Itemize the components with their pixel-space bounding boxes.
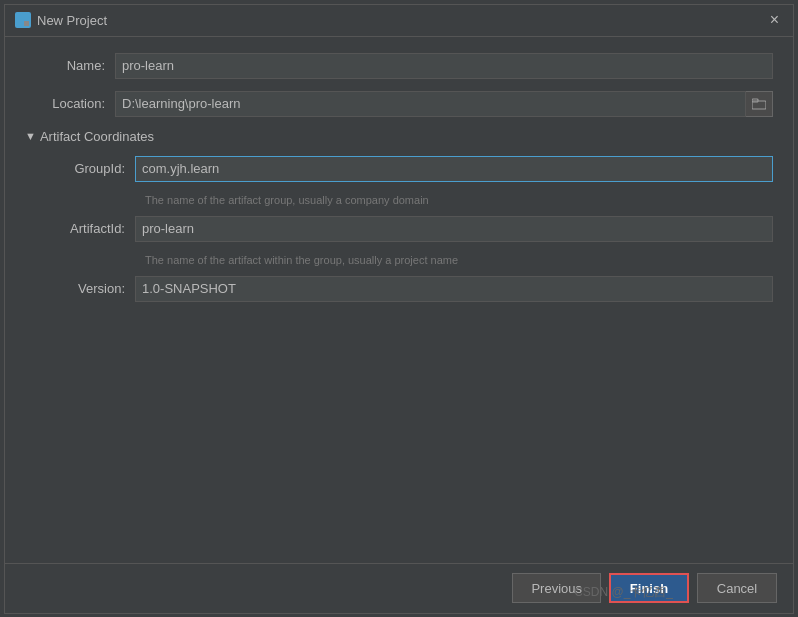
groupid-input[interactable]	[135, 156, 773, 182]
location-label: Location:	[25, 96, 115, 111]
location-input[interactable]	[115, 91, 746, 117]
name-label: Name:	[25, 58, 115, 73]
close-button[interactable]: ×	[766, 10, 783, 30]
section-toggle-icon[interactable]: ▼	[25, 130, 36, 142]
svg-rect-1	[24, 14, 29, 19]
new-project-dialog: New Project × Name: Location:	[4, 4, 794, 614]
title-left: New Project	[15, 12, 107, 28]
name-input[interactable]	[115, 53, 773, 79]
artifactid-input[interactable]	[135, 216, 773, 242]
artifactid-row: ArtifactId:	[45, 216, 773, 242]
watermark: CSDN @_卡忆西_	[574, 584, 673, 601]
location-input-group	[115, 91, 773, 117]
dialog-title: New Project	[37, 13, 107, 28]
version-label: Version:	[45, 281, 135, 296]
section-title: Artifact Coordinates	[40, 129, 154, 144]
dialog-content: Name: Location: ▼ Artifact Coordinates	[5, 37, 793, 563]
groupid-label: GroupId:	[45, 161, 135, 176]
groupid-hint: The name of the artifact group, usually …	[145, 194, 773, 206]
name-row: Name:	[25, 53, 773, 79]
artifactid-hint: The name of the artifact within the grou…	[145, 254, 773, 266]
cancel-button[interactable]: Cancel	[697, 573, 777, 603]
version-input[interactable]	[135, 276, 773, 302]
artifactid-label: ArtifactId:	[45, 221, 135, 236]
svg-rect-2	[17, 21, 22, 26]
svg-rect-0	[17, 14, 22, 19]
browse-button[interactable]	[746, 91, 773, 117]
section-content: GroupId: The name of the artifact group,…	[25, 156, 773, 302]
svg-rect-3	[24, 21, 29, 26]
title-bar: New Project ×	[5, 5, 793, 37]
dialog-icon	[15, 12, 31, 28]
groupid-row: GroupId:	[45, 156, 773, 182]
dialog-footer: Previous Finish Cancel	[5, 563, 793, 613]
location-row: Location:	[25, 91, 773, 117]
version-row: Version:	[45, 276, 773, 302]
section-header: ▼ Artifact Coordinates	[25, 129, 773, 144]
